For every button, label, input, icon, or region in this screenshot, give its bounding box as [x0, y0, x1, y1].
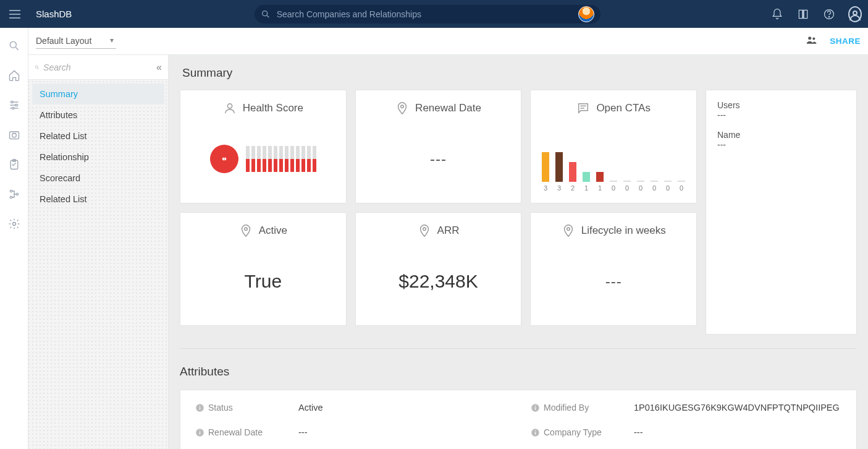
attribute-value: Active — [298, 403, 323, 413]
health-badge — [210, 145, 238, 173]
help-icon[interactable] — [822, 7, 836, 21]
card-open-ctas[interactable]: Open CTAs 33211000000 — [530, 90, 697, 203]
share-button[interactable]: SHARE — [830, 36, 861, 46]
card-title: Health Score — [243, 102, 303, 114]
summary-heading: Summary — [182, 66, 857, 80]
pin-icon — [418, 224, 431, 237]
card-title: Lifecycle in weeks — [581, 224, 666, 237]
pin-icon — [562, 224, 575, 237]
dashboard-scroll[interactable]: Summary Health Score — [169, 55, 868, 449]
cta-bar — [555, 152, 563, 182]
attributes-heading: Attributes — [180, 365, 857, 378]
side-users-value: --- — [717, 110, 845, 120]
svg-point-31 — [423, 228, 426, 231]
svg-point-19 — [10, 196, 12, 198]
bell-icon[interactable] — [770, 7, 784, 21]
svg-point-18 — [10, 190, 12, 192]
svg-rect-44 — [535, 430, 536, 430]
divider — [180, 348, 857, 349]
profile-icon[interactable] — [848, 7, 862, 21]
svg-rect-43 — [535, 432, 536, 434]
cta-bar-label: 0 — [680, 184, 683, 192]
svg-point-23 — [812, 37, 815, 40]
svg-point-13 — [12, 107, 14, 109]
rail-home-icon[interactable] — [7, 69, 21, 82]
rail-search-icon[interactable] — [7, 39, 21, 53]
svg-point-32 — [567, 228, 570, 231]
attribute-value: --- — [298, 427, 308, 437]
cta-bar-label: 2 — [571, 184, 575, 192]
rail-hierarchy-icon[interactable] — [7, 187, 21, 201]
card-renewal-date[interactable]: Renewal Date --- — [355, 90, 522, 203]
card-arr[interactable]: ARR $22,348K — [355, 212, 522, 326]
cta-bar — [651, 181, 658, 182]
search-avatar — [578, 6, 594, 22]
cta-chart: 33211000000 — [541, 155, 686, 192]
nav-item-related-list[interactable]: Related List — [32, 126, 164, 147]
nav-item-scorecard[interactable]: Scorecard — [32, 168, 164, 189]
pin-icon — [239, 224, 253, 237]
rail-camera-icon[interactable] — [7, 128, 21, 142]
svg-point-12 — [15, 104, 17, 106]
cta-bar — [623, 181, 631, 182]
card-value: --- — [605, 273, 622, 290]
chat-icon — [576, 101, 590, 115]
card-title: Open CTAs — [596, 102, 651, 114]
global-search[interactable] — [255, 5, 600, 24]
cta-bar-label: 0 — [652, 184, 656, 192]
layout-select[interactable]: Default Layout — [36, 33, 116, 49]
collapse-panel-icon[interactable]: « — [156, 62, 162, 73]
nav-item-summary[interactable]: Summary — [32, 83, 164, 105]
card-title: Renewal Date — [415, 102, 481, 114]
rail-settings-icon[interactable] — [7, 217, 21, 231]
cta-bar — [664, 181, 672, 182]
cta-bar-label: 0 — [625, 184, 629, 192]
rail-sliders-icon[interactable] — [7, 98, 21, 112]
attribute-label: Modified By — [531, 403, 620, 413]
cta-bar — [569, 162, 576, 182]
svg-line-25 — [38, 68, 39, 69]
hamburger-menu[interactable] — [6, 6, 23, 23]
nav-item-relationship[interactable]: Relationship — [32, 147, 164, 168]
card-title: Active — [259, 224, 287, 237]
svg-point-27 — [401, 105, 404, 108]
people-icon[interactable] — [805, 34, 819, 49]
nav-item-related-list-2[interactable]: Related List — [32, 189, 164, 210]
cta-bar-label: 3 — [544, 184, 547, 192]
svg-point-30 — [244, 228, 247, 231]
card-active[interactable]: Active True — [180, 212, 347, 326]
cta-bar-label: 0 — [639, 184, 643, 192]
global-search-input[interactable] — [277, 9, 572, 19]
cta-bar — [542, 152, 549, 182]
cta-bar-label: 0 — [612, 184, 615, 192]
svg-point-20 — [16, 193, 18, 195]
svg-line-1 — [267, 15, 269, 17]
cta-bar-label: 1 — [584, 184, 588, 192]
card-lifecycle[interactable]: Lifecycle in weeks --- — [530, 212, 697, 326]
card-value: $22,348K — [398, 271, 478, 292]
book-icon[interactable] — [796, 7, 810, 21]
side-name-label: Name — [717, 130, 845, 140]
card-health-score[interactable]: Health Score — [180, 90, 347, 203]
topbar: SlashDB — [0, 0, 868, 28]
svg-rect-41 — [200, 430, 200, 430]
svg-rect-14 — [9, 132, 19, 139]
svg-rect-35 — [200, 405, 200, 406]
person-icon — [223, 101, 237, 115]
svg-point-21 — [12, 223, 15, 226]
cta-bar-label: 1 — [598, 184, 602, 192]
nav-search-input[interactable] — [43, 62, 153, 72]
nav-item-attributes[interactable]: Attributes — [32, 105, 164, 126]
svg-rect-34 — [200, 407, 200, 409]
svg-rect-40 — [200, 432, 200, 434]
card-value: --- — [430, 150, 447, 168]
svg-point-22 — [808, 36, 811, 40]
card-title: ARR — [437, 224, 460, 237]
side-users-label: Users — [717, 100, 845, 110]
svg-point-24 — [35, 66, 38, 68]
nav-list: Summary Attributes Related List Relation… — [28, 80, 168, 213]
svg-line-7 — [15, 48, 18, 50]
card-value: True — [245, 271, 282, 292]
rail-clipboard-icon[interactable] — [7, 158, 21, 171]
svg-point-5 — [828, 16, 829, 17]
